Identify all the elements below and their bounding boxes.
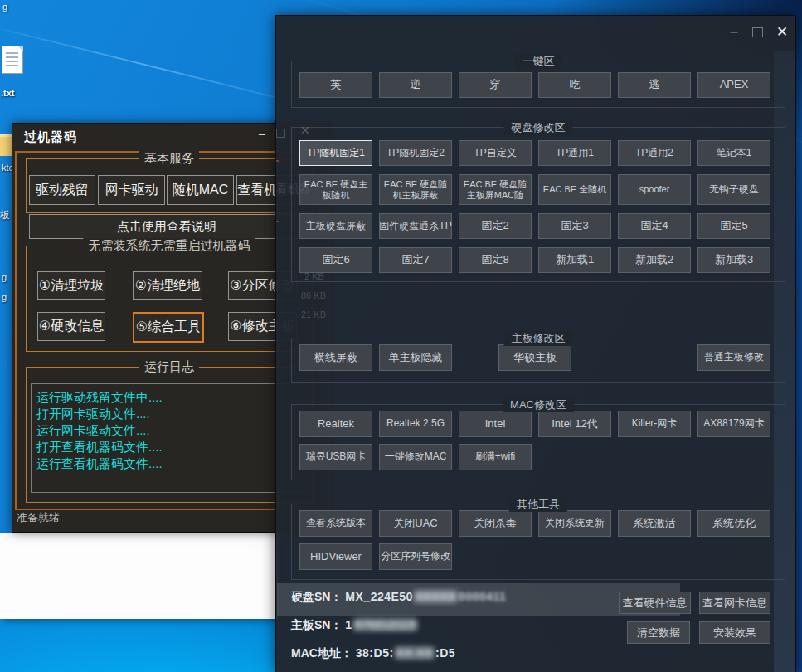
optimize-os-button[interactable]: 系统优化 xyxy=(697,510,770,537)
fixed2-button[interactable]: 固定2 xyxy=(459,213,532,239)
mb-sn-value: 1 xyxy=(345,618,352,631)
close-icon[interactable]: ✕ xyxy=(772,22,792,41)
hdd-sn-label: 硬盘SN： xyxy=(291,590,342,603)
view-os-version-button[interactable]: 查看系统版本 xyxy=(299,510,372,537)
oneclick-btn-3[interactable]: 穿 xyxy=(459,72,532,98)
view-nic-info-button[interactable]: 查看网卡信息 xyxy=(699,592,770,614)
clean-junk-button[interactable]: ①清理垃圾 xyxy=(37,271,105,300)
laptop1-button[interactable]: 笔记本1 xyxy=(697,140,770,166)
oneclick-btn-5[interactable]: 逃 xyxy=(618,72,691,98)
maximize-icon[interactable] xyxy=(752,27,763,37)
random-mac-button[interactable]: 随机MAC xyxy=(167,175,234,205)
mac-label: MAC地址： xyxy=(291,646,352,660)
desktop-icon-label-ban[interactable]: 板 xyxy=(0,208,10,222)
mb-sn-line: 主板SN： 1070212115 xyxy=(291,618,418,633)
section-legend: 硬盘修改区 xyxy=(504,120,573,135)
combined-tools-button[interactable]: ⑤综合工具 xyxy=(133,312,204,343)
intel-12gen-button[interactable]: Intel 12代 xyxy=(538,411,611,437)
section-legend: MAC修改区 xyxy=(503,397,574,412)
normal-mb-modify-button[interactable]: 普通主板修改 xyxy=(697,344,770,371)
usb-nic-button[interactable]: 瑞昱USB网卡 xyxy=(299,444,372,470)
newload3-button[interactable]: 新加载3 xyxy=(697,247,770,273)
newload2-button[interactable]: 新加载2 xyxy=(618,247,691,273)
firmware-disk-tp-button[interactable]: 固件硬盘通杀TP xyxy=(379,213,452,239)
minimize-icon[interactable]: – xyxy=(253,125,271,142)
oneclick-section: 一键区 英 逆 穿 吃 逃 APEX xyxy=(291,61,785,108)
hardware-modify-window: – ✕ 一键区 英 逆 穿 吃 逃 APEX 硬盘修改区 TP随机固定1 TP随… xyxy=(275,15,796,672)
mb-disk-hide-button[interactable]: 主板硬盘屏蔽 xyxy=(299,213,372,239)
eac-be-disk-mb-mac-random-button[interactable]: EAC BE 硬盘随主板屏MAC随 xyxy=(459,174,532,205)
eac-be-disk-random-mb-hide-button[interactable]: EAC BE 硬盘随机主板屏蔽 xyxy=(379,174,452,205)
oneclick-btn-apex[interactable]: APEX xyxy=(697,72,770,98)
tp-custom-button[interactable]: TP自定义 xyxy=(459,140,532,166)
section-legend: 其他工具 xyxy=(509,497,567,512)
window-title: 过机器码 xyxy=(24,129,77,145)
intel-button[interactable]: Intel xyxy=(459,411,532,437)
ax88179-nic-button[interactable]: AX88179网卡 xyxy=(697,411,770,437)
disable-update-button[interactable]: 关闭系统更新 xyxy=(538,510,611,537)
fixed7-button[interactable]: 固定7 xyxy=(379,247,452,273)
spoofer-button[interactable]: spoofer xyxy=(618,174,691,205)
desktop-icon-label-g1[interactable]: g xyxy=(2,272,7,282)
run-log-box[interactable]: 运行驱动残留文件中.... 打开网卡驱动文件.... 运行网卡驱动文件.... … xyxy=(31,383,304,493)
background-white-window[interactable] xyxy=(0,533,279,619)
no-hook-disk-button[interactable]: 无钩子硬盘 xyxy=(697,174,770,205)
realtek-25g-button[interactable]: Realtek 2.5G xyxy=(379,411,452,437)
ghost-orange-edge xyxy=(276,160,279,162)
tp-random-fixed1-button[interactable]: TP随机固定1 xyxy=(299,140,372,166)
clean-pubg-button[interactable]: ②清理绝地 xyxy=(133,271,202,300)
other-tools-section: 其他工具 查看系统版本 关闭UAC 关闭杀毒 关闭系统更新 系统激活 系统优化 … xyxy=(291,504,785,580)
oneclick-btn-4[interactable]: 吃 xyxy=(538,72,611,98)
ghost-file-size-2: 86 KB xyxy=(301,290,326,300)
oneclick-mac-button[interactable]: 一键修改MAC xyxy=(379,444,452,470)
desktop-icon-label[interactable]: g xyxy=(2,2,7,12)
tp-general2-button[interactable]: TP通用2 xyxy=(618,140,691,166)
flush-wifi-button[interactable]: 刷满+wifi xyxy=(459,444,532,470)
mac-redacted: XX:XX xyxy=(394,646,436,660)
usage-help-button[interactable]: 点击使用查看说明 xyxy=(29,214,304,239)
hidviewer-button[interactable]: HIDViewer xyxy=(299,543,372,570)
log-line: 运行驱动残留文件中.... xyxy=(36,389,304,406)
activate-os-button[interactable]: 系统激活 xyxy=(618,510,691,537)
killer-nic-button[interactable]: Killer-网卡 xyxy=(618,411,691,437)
tp-random-fixed2-button[interactable]: TP随机固定2 xyxy=(379,140,452,166)
section-legend: 一键区 xyxy=(515,54,562,69)
disable-antivirus-button[interactable]: 关闭杀毒 xyxy=(459,510,532,537)
asus-mb-button[interactable]: 华硕主板 xyxy=(498,344,571,371)
section-legend: 主板修改区 xyxy=(504,331,573,346)
hdd-sn-suffix: 0000411 xyxy=(459,590,506,603)
oneclick-btn-1[interactable]: 英 xyxy=(299,72,372,98)
line-hide-button[interactable]: 横线屏蔽 xyxy=(299,344,372,371)
group-legend: 基本服务 xyxy=(139,151,199,167)
ghost-maximize-icon xyxy=(276,129,285,138)
nic-driver-button[interactable]: 网卡驱动 xyxy=(98,175,165,205)
text-file-icon[interactable] xyxy=(2,46,23,74)
driver-residue-button[interactable]: 驱动残留 xyxy=(29,175,95,205)
desktop-icon-label-txt[interactable]: .txt xyxy=(1,88,15,98)
desktop-icon-label-g2[interactable]: g xyxy=(2,292,7,302)
tp-general1-button[interactable]: TP通用1 xyxy=(538,140,611,166)
newload1-button[interactable]: 新加载1 xyxy=(538,247,611,273)
install-effect-button[interactable]: 安装效果 xyxy=(699,621,770,644)
single-mb-hide-button[interactable]: 单主板隐藏 xyxy=(379,344,452,371)
clear-data-button[interactable]: 清空数据 xyxy=(627,621,690,644)
eac-be-disk-mb-random-button[interactable]: EAC BE 硬盘主板随机 xyxy=(299,174,372,205)
log-line: 打开查看机器码文件.... xyxy=(36,439,304,455)
partition-serial-button[interactable]: 分区序列号修改 xyxy=(379,543,452,570)
fixed6-button[interactable]: 固定6 xyxy=(299,247,372,273)
fixed4-button[interactable]: 固定4 xyxy=(618,213,691,239)
disable-uac-button[interactable]: 关闭UAC xyxy=(379,510,452,537)
oneclick-btn-2[interactable]: 逆 xyxy=(379,72,452,98)
eac-be-all-random-button[interactable]: EAC BE 全随机 xyxy=(538,174,611,205)
log-line: 打开网卡驱动文件.... xyxy=(36,406,304,422)
log-line: 运行网卡驱动文件.... xyxy=(36,422,304,439)
realtek-button[interactable]: Realtek xyxy=(299,411,372,437)
view-hardware-info-button[interactable]: 查看硬件信息 xyxy=(619,592,691,614)
hard-modify-info-button[interactable]: ④硬改信息 xyxy=(37,312,105,341)
group-legend: 运行日志 xyxy=(139,359,199,375)
fixed5-button[interactable]: 固定5 xyxy=(697,213,770,239)
fixed3-button[interactable]: 固定3 xyxy=(538,213,611,239)
minimize-icon[interactable]: – xyxy=(724,22,744,41)
mac-value: 38:D5: xyxy=(356,646,394,660)
fixed8-button[interactable]: 固定8 xyxy=(459,247,532,273)
